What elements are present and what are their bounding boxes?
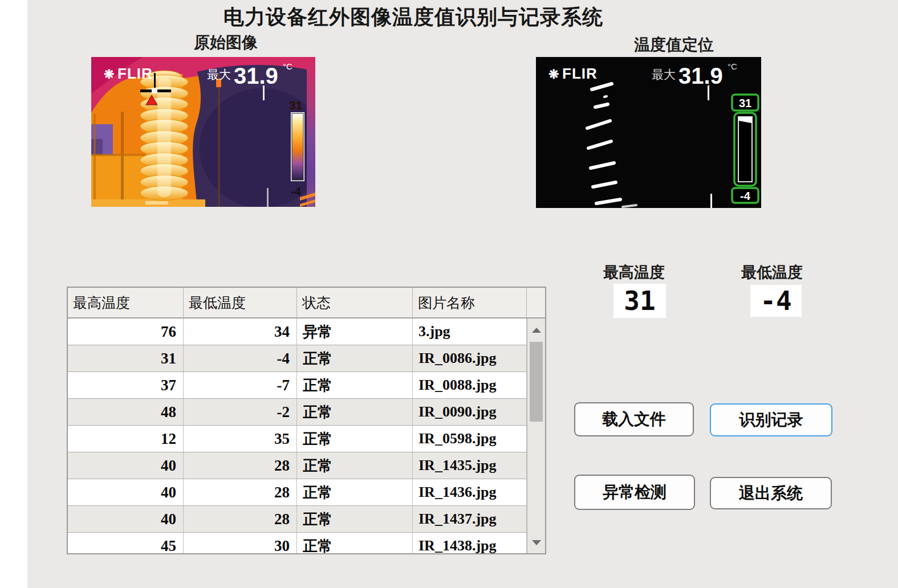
- detected-scale-bar-box: [734, 113, 756, 186]
- anomaly-detect-button[interactable]: 异常检测: [574, 475, 695, 510]
- detected-max-value-box: 31: [732, 95, 758, 111]
- detected-min-value-box: -4: [732, 188, 758, 203]
- cell-min-temp: 30: [184, 533, 297, 554]
- header-min-temp: 最低温度: [184, 288, 297, 317]
- cell-min-temp: 28: [184, 479, 297, 505]
- table-row[interactable]: 31 -4 正常 IR_0086.jpg: [68, 345, 545, 372]
- cell-file-name: IR_1435.jpg: [413, 452, 527, 479]
- cell-max-temp: 40: [68, 479, 184, 505]
- table-body: 76 34 异常 3.jpg 31 -4 正常 IR_0086.jpg 37 -…: [68, 318, 545, 554]
- svg-text:31.9: 31.9: [678, 63, 723, 88]
- header-status: 状态: [297, 288, 413, 317]
- cell-min-temp: 34: [184, 318, 297, 345]
- svg-text:❋: ❋: [548, 67, 559, 81]
- cell-status: 正常: [297, 372, 413, 398]
- svg-text:❋: ❋: [104, 67, 114, 81]
- table-row[interactable]: 40 28 正常 IR_1436.jpg: [68, 479, 545, 506]
- cell-status: 正常: [297, 533, 413, 554]
- svg-text:31.9: 31.9: [234, 63, 278, 88]
- cell-min-temp: 28: [184, 452, 297, 479]
- cell-file-name: IR_1438.jpg: [413, 533, 527, 554]
- cell-status: 正常: [297, 506, 413, 532]
- recognize-record-button[interactable]: 识别记录: [710, 403, 832, 436]
- cell-min-temp: -2: [184, 399, 297, 425]
- svg-text:31: 31: [739, 97, 751, 109]
- cell-max-temp: 12: [68, 426, 184, 452]
- page-title: 电力设备红外图像温度值识别与记录系统: [0, 3, 827, 31]
- cell-status: 正常: [297, 452, 413, 479]
- max-temp-readout-value: 31: [613, 284, 666, 318]
- header-max-temp: 最高温度: [68, 288, 184, 317]
- cell-max-temp: 76: [68, 318, 184, 345]
- max-temp-readout-label: 最高温度: [603, 262, 665, 283]
- svg-text:°C: °C: [283, 62, 292, 71]
- load-file-button[interactable]: 载入文件: [574, 402, 694, 436]
- scroll-down-icon[interactable]: [532, 540, 541, 545]
- table-row[interactable]: 37 -7 正常 IR_0088.jpg: [68, 372, 545, 399]
- scrollbar-thumb[interactable]: [530, 342, 543, 422]
- table-scrollbar[interactable]: [527, 318, 545, 553]
- cell-min-temp: 35: [184, 426, 297, 452]
- svg-text:FLIR: FLIR: [117, 65, 153, 82]
- cell-file-name: IR_0598.jpg: [413, 426, 527, 452]
- svg-text:°C: °C: [728, 62, 737, 71]
- cell-status: 异常: [297, 318, 413, 345]
- temperature-location-image: ❋ FLIR 最大 31.9 °C 31 -4: [536, 57, 761, 208]
- table-row[interactable]: 48 -2 正常 IR_0090.jpg: [68, 399, 545, 426]
- min-temp-readout-label: 最低温度: [741, 262, 803, 283]
- cell-max-temp: 40: [68, 452, 184, 479]
- cell-max-temp: 37: [68, 372, 184, 398]
- svg-text:最大: 最大: [652, 68, 676, 81]
- svg-text:FLIR: FLIR: [562, 65, 598, 82]
- min-temp-readout-value: -4: [750, 285, 802, 317]
- original-thermal-image: ❋ FLIR 最大 31.9 °C 31 -4: [91, 57, 315, 207]
- svg-text:最大: 最大: [207, 68, 231, 81]
- svg-text:-4: -4: [740, 190, 751, 202]
- table-row[interactable]: 12 35 正常 IR_0598.jpg: [68, 426, 545, 452]
- cell-file-name: IR_0090.jpg: [413, 399, 527, 425]
- cell-file-name: 3.jpg: [413, 318, 527, 345]
- table-row[interactable]: 76 34 异常 3.jpg: [68, 318, 545, 345]
- cell-status: 正常: [297, 426, 413, 452]
- cell-max-temp: 31: [68, 345, 184, 371]
- scroll-up-icon[interactable]: [532, 328, 541, 333]
- original-image-label: 原始图像: [194, 32, 258, 54]
- cell-file-name: IR_0088.jpg: [413, 372, 527, 398]
- located-image-label: 温度值定位: [634, 34, 714, 56]
- cell-min-temp: 28: [184, 506, 297, 532]
- table-row[interactable]: 45 30 正常 IR_1438.jpg: [68, 533, 545, 554]
- cell-max-temp: 45: [68, 533, 184, 554]
- cell-status: 正常: [297, 479, 413, 505]
- cell-status: 正常: [297, 399, 413, 425]
- svg-text:-4: -4: [291, 185, 302, 198]
- cell-file-name: IR_0086.jpg: [413, 345, 527, 371]
- cell-file-name: IR_1437.jpg: [413, 506, 527, 532]
- cell-min-temp: -4: [184, 345, 297, 371]
- cell-min-temp: -7: [184, 372, 297, 398]
- cell-status: 正常: [297, 345, 413, 371]
- table-row[interactable]: 40 28 正常 IR_1437.jpg: [68, 506, 545, 533]
- table-header-row: 最高温度 最低温度 状态 图片名称: [68, 288, 545, 318]
- cell-max-temp: 40: [68, 506, 184, 532]
- flir-logo: ❋ FLIR: [104, 65, 153, 82]
- cell-max-temp: 48: [68, 399, 184, 425]
- results-table: 最高温度 最低温度 状态 图片名称 76 34 异常 3.jpg 31 -4 正…: [67, 287, 546, 554]
- cell-file-name: IR_1436.jpg: [413, 479, 527, 505]
- flir-logo: ❋ FLIR: [548, 65, 598, 82]
- svg-text:31: 31: [289, 99, 303, 112]
- exit-system-button[interactable]: 退出系统: [710, 477, 832, 509]
- header-file-name: 图片名称: [413, 288, 527, 317]
- table-row[interactable]: 40 28 正常 IR_1435.jpg: [68, 452, 545, 479]
